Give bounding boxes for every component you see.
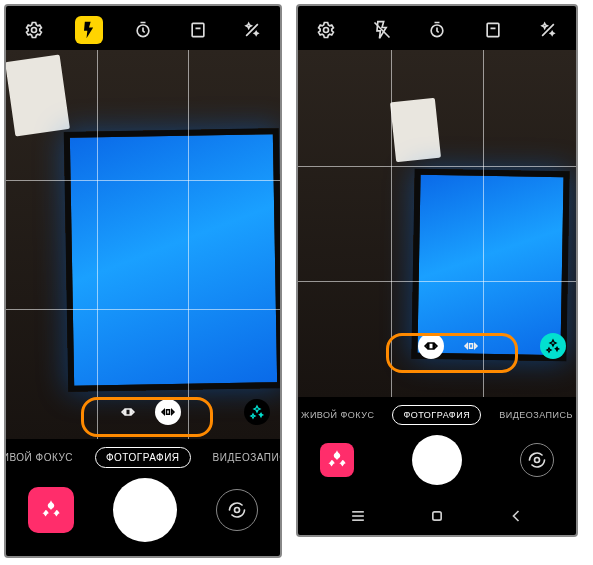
nav-recents-icon[interactable] [347, 505, 369, 527]
grid-line [6, 309, 280, 310]
gallery-thumbnail[interactable] [320, 443, 354, 477]
mode-live-focus[interactable]: ЖИВОЙ ФОКУС [4, 448, 83, 467]
grid-line [6, 180, 280, 181]
effects-icon[interactable] [534, 16, 562, 44]
phone-screenshot-right: ЖИВОЙ ФОКУС ФОТОГРАФИЯ ВИДЕОЗАПИСЬ [296, 4, 578, 537]
timer-icon[interactable] [129, 16, 157, 44]
grid-line [97, 50, 98, 439]
grid-line [298, 166, 576, 167]
switch-camera-button[interactable] [216, 489, 258, 531]
settings-gear-icon[interactable] [312, 16, 340, 44]
svg-rect-2 [192, 23, 204, 36]
mode-live-focus[interactable]: ЖИВОЙ ФОКУС [296, 406, 384, 424]
shutter-row [6, 474, 280, 556]
filters-button[interactable] [540, 333, 566, 359]
camera-mode-strip[interactable]: ЖИВОЙ ФОКУС ФОТОГРАФИЯ ВИДЕОЗАПИСЬ [6, 439, 280, 474]
svg-rect-7 [487, 23, 499, 36]
grid-line [298, 281, 576, 282]
camera-top-bar [298, 6, 576, 50]
aspect-ratio-icon[interactable] [479, 16, 507, 44]
mode-photo[interactable]: ФОТОГРАФИЯ [95, 447, 191, 468]
grid-line [391, 50, 392, 397]
svg-point-0 [32, 28, 37, 33]
svg-point-4 [324, 28, 329, 33]
aspect-ratio-icon[interactable] [184, 16, 212, 44]
shutter-row [298, 431, 576, 499]
camera-top-bar [6, 6, 280, 50]
svg-rect-12 [433, 512, 441, 520]
camera-viewfinder[interactable] [298, 50, 576, 397]
scene-preview [6, 50, 280, 439]
phone-screenshot-left: ЖИВОЙ ФОКУС ФОТОГРАФИЯ ВИДЕОЗАПИСЬ [4, 4, 282, 558]
flash-icon[interactable] [368, 16, 396, 44]
zoom-wide-icon[interactable] [418, 333, 444, 359]
filters-button[interactable] [244, 399, 270, 425]
svg-point-3 [235, 508, 240, 513]
android-nav-bar [298, 499, 576, 535]
shutter-button[interactable] [113, 478, 177, 542]
mode-video[interactable]: ВИДЕОЗАПИСЬ [489, 406, 578, 424]
mode-video[interactable]: ВИДЕОЗАПИСЬ [203, 448, 282, 467]
effects-icon[interactable] [238, 16, 266, 44]
camera-viewfinder[interactable] [6, 50, 280, 439]
zoom-selector [101, 393, 195, 431]
settings-gear-icon[interactable] [20, 16, 48, 44]
timer-icon[interactable] [423, 16, 451, 44]
zoom-1x-icon[interactable] [155, 399, 181, 425]
grid-line [188, 50, 189, 439]
svg-point-8 [535, 458, 540, 463]
zoom-1x-icon[interactable] [458, 333, 484, 359]
mode-photo[interactable]: ФОТОГРАФИЯ [392, 405, 481, 425]
camera-mode-strip[interactable]: ЖИВОЙ ФОКУС ФОТОГРАФИЯ ВИДЕОЗАПИСЬ [298, 397, 576, 431]
flash-icon[interactable] [75, 16, 103, 44]
gallery-thumbnail[interactable] [28, 487, 74, 533]
zoom-wide-icon[interactable] [115, 399, 141, 425]
nav-back-icon[interactable] [505, 505, 527, 527]
zoom-selector [404, 327, 498, 365]
shutter-button[interactable] [412, 435, 462, 485]
switch-camera-button[interactable] [520, 443, 554, 477]
nav-home-icon[interactable] [426, 505, 448, 527]
